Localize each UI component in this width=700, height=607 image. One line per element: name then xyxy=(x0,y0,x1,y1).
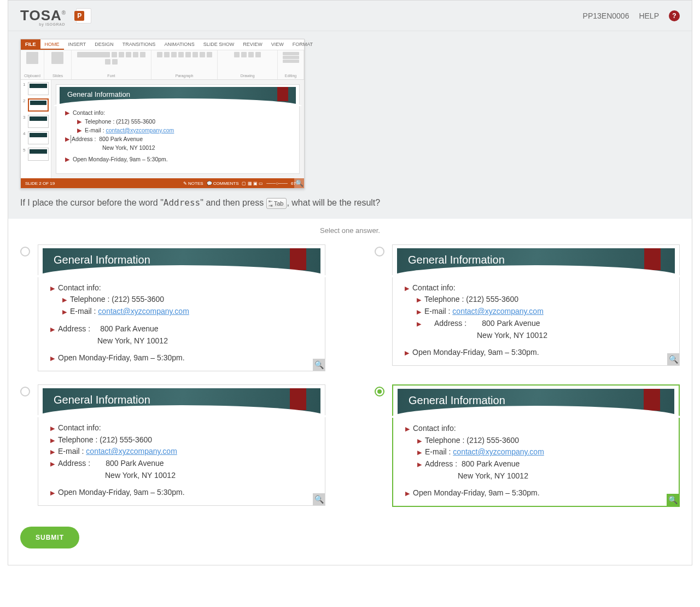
mini-hours: Open Monday-Friday, 9am – 5:30pm. xyxy=(73,155,168,164)
app-frame: TOSA® by ISOGRAD PP13EN0006 HELP ? FILE … xyxy=(8,0,692,565)
title-d: General Information xyxy=(398,389,674,407)
question-text: If I place the cursor before the word "A… xyxy=(20,197,680,209)
logo-text: TOSA xyxy=(20,7,62,24)
thumb-2[interactable]: 2 xyxy=(23,98,49,112)
ribbon-tab-file[interactable]: FILE xyxy=(21,39,40,50)
ribbon-tab-home[interactable]: HOME xyxy=(40,39,64,50)
thumb-5[interactable]: 5 xyxy=(23,148,49,161)
radio-d[interactable] xyxy=(375,387,384,396)
status-comments[interactable]: COMMENTS xyxy=(213,181,239,186)
select-hint: Select one answer. xyxy=(20,219,680,244)
ribbon-tab-animations[interactable]: ANIMATIONS xyxy=(160,39,199,50)
card-b[interactable]: General Information ▶Contact info: ▶Tele… xyxy=(392,244,680,366)
mini-email-link[interactable]: contact@xyzcompany.com xyxy=(106,127,174,133)
answer-area: Select one answer. General Information ▶… xyxy=(8,219,692,565)
q-suffix: , what will be the result? xyxy=(287,198,380,207)
ribbon-tab-design[interactable]: DESIGN xyxy=(90,39,118,50)
logo-subtext: by ISOGRAD xyxy=(39,22,65,26)
option-a: General Information ▶Contact info: ▶Tele… xyxy=(20,244,325,371)
q-code: Address xyxy=(164,197,200,208)
ribbon-group-paragraph: Paragraph xyxy=(151,50,218,79)
zoom-a[interactable]: 🔍 xyxy=(313,359,325,371)
logo: TOSA® by ISOGRAD xyxy=(20,7,66,24)
option-d: General Information ▶Contact info: ▶Tele… xyxy=(375,384,680,507)
title-c: General Information xyxy=(43,388,320,406)
options-grid: General Information ▶Contact info: ▶Tele… xyxy=(20,244,680,507)
ribbon-group-drawing: Drawing xyxy=(218,50,278,79)
mini-contact: Contact info: xyxy=(73,109,105,117)
topright: PP13EN0006 HELP ? xyxy=(583,10,680,21)
option-b: General Information ▶Contact info: ▶Tele… xyxy=(375,244,680,371)
ribbon-tab-insert[interactable]: INSERT xyxy=(64,39,91,50)
zoom-c[interactable]: 🔍 xyxy=(313,493,325,505)
submit-row: SUBMIT xyxy=(20,527,680,548)
card-a[interactable]: General Information ▶Contact info: ▶Tele… xyxy=(38,244,325,371)
question-area: FILE HOME INSERT DESIGN TRANSITIONS ANIM… xyxy=(8,31,692,219)
ribbon-group-slides: Slides xyxy=(44,50,72,79)
thumb-3[interactable]: 3 xyxy=(23,115,49,128)
ribbon-group-font: Font xyxy=(72,50,151,79)
question-id: PP13EN0006 xyxy=(583,11,629,20)
mini-title: General Information xyxy=(60,87,296,98)
ribbon-tab-transitions[interactable]: TRANSITIONS xyxy=(118,39,160,50)
slide-thumbnails[interactable]: 1 2 3 4 5 xyxy=(21,80,51,178)
ribbon-tab-view[interactable]: VIEW xyxy=(267,39,288,50)
ppt-workspace: 1 2 3 4 5 General Information ▶Con xyxy=(21,80,304,178)
q-mid: " and then press xyxy=(200,198,266,207)
submit-button[interactable]: SUBMIT xyxy=(20,527,79,548)
title-a: General Information xyxy=(43,248,320,266)
zoom-b[interactable]: 🔍 xyxy=(667,353,679,365)
magnify-icon[interactable]: 🔍 xyxy=(294,178,304,188)
status-notes[interactable]: NOTES xyxy=(188,181,203,186)
radio-b[interactable] xyxy=(375,247,384,256)
help-badge-icon[interactable]: ? xyxy=(669,10,680,21)
thumb-4[interactable]: 4 xyxy=(23,131,49,144)
mini-email-label: E-mail : xyxy=(85,127,106,133)
ribbon-group-clipboard: Clipboard xyxy=(21,50,44,79)
mini-tel: Telephone : (212) 555-3600 xyxy=(85,118,155,126)
title-b: General Information xyxy=(397,248,675,266)
ribbon-group-editing: Editing xyxy=(278,50,304,79)
ribbon-body: Clipboard Slides Font Paragraph Drawing … xyxy=(21,50,304,80)
powerpoint-icon xyxy=(76,8,91,24)
ribbon-tabs: FILE HOME INSERT DESIGN TRANSITIONS ANIM… xyxy=(21,39,304,50)
mini-addr2: New York, NY 10012 xyxy=(102,144,155,152)
q-prefix: If I place the cursor before the word " xyxy=(20,198,164,207)
tab-key-icon: ⇤⇥Tab xyxy=(266,198,287,209)
ribbon-tab-slideshow[interactable]: SLIDE SHOW xyxy=(199,39,239,50)
radio-a[interactable] xyxy=(20,247,30,256)
help-link[interactable]: HELP xyxy=(639,11,659,20)
zoom-d[interactable]: 🔍 xyxy=(667,494,679,506)
mini-addr-label: Address : xyxy=(72,136,96,142)
mini-addr1: 800 Park Avenue xyxy=(99,136,143,142)
brand-area: TOSA® by ISOGRAD xyxy=(20,7,91,24)
ribbon-tab-review[interactable]: REVIEW xyxy=(238,39,267,50)
topbar: TOSA® by ISOGRAD PP13EN0006 HELP ? xyxy=(8,1,692,31)
slide-editor[interactable]: General Information ▶Contact info: ▶Tele… xyxy=(51,80,304,178)
option-c: General Information ▶Contact info: ▶Tele… xyxy=(20,384,325,507)
card-d[interactable]: General Information ▶Contact info: ▶Tele… xyxy=(392,384,680,507)
thumb-1[interactable]: 1 xyxy=(23,82,49,95)
powerpoint-screenshot[interactable]: FILE HOME INSERT DESIGN TRANSITIONS ANIM… xyxy=(20,39,305,189)
status-slide-pos: SLIDE 2 OF 19 xyxy=(25,181,55,186)
radio-c[interactable] xyxy=(20,387,30,396)
q-key: Tab xyxy=(274,200,284,207)
mini-slide: General Information ▶Contact info: ▶Tele… xyxy=(56,84,300,174)
card-c[interactable]: General Information ▶Contact info: ▶Tele… xyxy=(38,384,325,506)
ribbon-tab-format[interactable]: FORMAT xyxy=(288,39,317,50)
ppt-status-bar: SLIDE 2 OF 19 ✎ NOTES 💬 COMMENTS ▢ ▦ ▣ ▭… xyxy=(21,178,304,188)
